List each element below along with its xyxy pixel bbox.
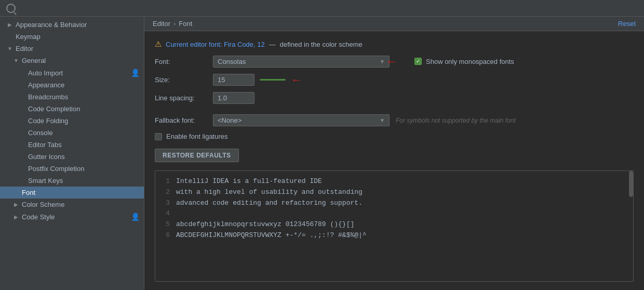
search-area[interactable] (6, 4, 16, 13)
line-spacing-input[interactable]: 1.0 (213, 92, 254, 104)
preview-line-6: 6 ABCDEFGHIJKLMNOPQRSTUVWXYZ +-*/= .,;:!… (164, 230, 625, 241)
main-layout: ▶ Appearance & Behavior Keymap ▼ Editor … (0, 17, 644, 290)
red-arrow-size-icon: ← (291, 74, 302, 86)
sidebar-item-appearance[interactable]: Appearance (0, 79, 144, 91)
sidebar-item-label: Code Style (22, 213, 55, 221)
restore-defaults-button[interactable]: RESTORE DEFAULTS (155, 149, 239, 162)
sidebar-item-label: Console (28, 129, 53, 137)
sidebar-item-console[interactable]: Console (0, 127, 144, 139)
line-number: 6 (164, 230, 170, 241)
sidebar-item-appearance-behavior[interactable]: ▶ Appearance & Behavior (0, 19, 144, 31)
preview-line-5: 5 abcdefghijklmnopqrstuvwxyz 0123456789 … (164, 219, 625, 230)
show-monospaced-label: Show only monospaced fonts (426, 58, 514, 65)
warning-rest: defined in the color scheme (280, 41, 363, 48)
chevron-down-icon: ▼ (12, 58, 20, 63)
person-icon: 👤 (131, 213, 140, 221)
warning-link[interactable]: Current editor font: Fira Code, 12 (166, 41, 265, 48)
search-icon (6, 4, 16, 13)
size-input[interactable]: 15 (213, 74, 254, 86)
sidebar-item-label: Editor Tabs (28, 141, 62, 149)
preview-line-3: 3 advanced code editing and refactoring … (164, 198, 625, 209)
ligature-checkbox[interactable] (155, 133, 162, 140)
font-dropdown-value: Consolas (218, 58, 246, 65)
red-arrow-icon: ← (385, 55, 398, 68)
breadcrumb-current: Font (179, 20, 192, 28)
fallback-font-row: Fallback font: <None> ▼ For symbols not … (155, 114, 634, 126)
check-icon: ✓ (416, 59, 420, 64)
sidebar: ▶ Appearance & Behavior Keymap ▼ Editor … (0, 17, 144, 290)
line-code: ABCDEFGHIJKLMNOPQRSTUVWXYZ +-*/= .,;:!? … (176, 230, 367, 241)
line-code: IntelliJ IDEA is a full-featured IDE (176, 176, 322, 187)
sidebar-item-editor[interactable]: ▼ Editor (0, 43, 144, 55)
chevron-down-icon: ▼ (6, 46, 14, 51)
preview-area: 1 IntelliJ IDEA is a full-featured IDE 2… (155, 170, 634, 282)
sidebar-item-label: Auto Import (28, 69, 63, 77)
sidebar-item-label: Appearance & Behavior (16, 21, 87, 29)
line-spacing-label: Line spacing: (155, 94, 207, 102)
preview-line-2: 2 with a high level of usability and out… (164, 187, 625, 198)
breadcrumb: Editor › Font (153, 20, 192, 28)
breadcrumb-bar: Editor › Font Reset (144, 17, 644, 31)
reset-button[interactable]: Reset (618, 20, 636, 28)
line-spacing-row: Line spacing: 1.0 (155, 92, 634, 104)
sidebar-item-label: Smart Keys (28, 177, 63, 184)
line-number: 3 (164, 198, 170, 209)
chevron-right-icon: ▶ (6, 22, 14, 28)
sidebar-item-general[interactable]: ▼ General (0, 55, 144, 67)
sidebar-item-breadcrumbs[interactable]: Breadcrumbs (0, 91, 144, 103)
dropdown-arrow-icon: ▼ (380, 117, 385, 123)
line-code: with a high level of usability and outst… (176, 187, 363, 198)
size-row: Size: 15 ← (155, 74, 634, 86)
sidebar-item-label: Color Scheme (22, 201, 64, 208)
sidebar-item-label: General (22, 57, 46, 64)
size-label: Size: (155, 76, 207, 84)
fallback-control-wrapper: <None> ▼ For symbols not supported by th… (213, 114, 634, 126)
font-control-wrapper: Consolas ▼ ← ✓ Show only monospaced font… (213, 55, 634, 68)
sidebar-item-code-folding[interactable]: Code Folding (0, 115, 144, 127)
sidebar-item-font[interactable]: Font (0, 187, 144, 199)
warning-separator: — (269, 41, 276, 48)
warning-banner: ⚠ Current editor font: Fira Code, 12 — d… (155, 39, 634, 49)
font-row: Font: Consolas ▼ ← ✓ Show only monospace… (155, 55, 634, 68)
sidebar-item-smart-keys[interactable]: Smart Keys (0, 175, 144, 187)
sidebar-item-color-scheme[interactable]: ▶ Color Scheme (0, 199, 144, 210)
line-number: 5 (164, 219, 170, 230)
settings-content: ⚠ Current editor font: Fira Code, 12 — d… (144, 31, 644, 290)
fallback-dropdown[interactable]: <None> ▼ (213, 114, 390, 126)
chevron-right-icon: ▶ (12, 214, 20, 220)
sidebar-item-label: Code Completion (28, 105, 80, 113)
breadcrumb-separator: › (173, 20, 176, 28)
scrollbar-thumb[interactable] (629, 171, 633, 197)
sidebar-item-keymap[interactable]: Keymap (0, 31, 144, 43)
sidebar-item-label: Keymap (16, 33, 41, 41)
line-number: 1 (164, 176, 170, 187)
sidebar-item-label: Postfix Completion (28, 165, 84, 173)
sidebar-item-label: Editor (16, 45, 33, 52)
person-icon: 👤 (131, 69, 140, 77)
fallback-hint: For symbols not supported by the main fo… (396, 117, 516, 124)
ligature-label: Enable font ligatures (166, 133, 228, 140)
fallback-dropdown-value: <None> (218, 116, 242, 124)
show-monospaced-row: ✓ Show only monospaced fonts (414, 58, 514, 65)
sidebar-item-code-style[interactable]: ▶ Code Style 👤 (0, 210, 144, 223)
sidebar-item-label: Breadcrumbs (28, 93, 68, 101)
line-code: advanced code editing and refactoring su… (176, 198, 363, 209)
sidebar-item-editor-tabs[interactable]: Editor Tabs (0, 139, 144, 151)
line-number: 2 (164, 187, 170, 198)
fallback-font-label: Fallback font: (155, 116, 207, 124)
sidebar-item-code-completion[interactable]: Code Completion (0, 103, 144, 115)
chevron-right-icon: ▶ (12, 202, 20, 207)
warning-icon: ⚠ (155, 39, 162, 49)
size-slider[interactable] (260, 79, 286, 81)
sidebar-item-gutter-icons[interactable]: Gutter Icons (0, 151, 144, 163)
font-dropdown[interactable]: Consolas ▼ (213, 56, 390, 68)
preview-line-4: 4 (164, 208, 625, 219)
sidebar-item-postfix-completion[interactable]: Postfix Completion (0, 163, 144, 175)
sidebar-item-label: Code Folding (28, 117, 68, 125)
preview-line-1: 1 IntelliJ IDEA is a full-featured IDE (164, 176, 625, 187)
dropdown-arrow-icon: ▼ (380, 59, 385, 64)
breadcrumb-parent: Editor (153, 20, 170, 28)
show-monospaced-checkbox[interactable]: ✓ (414, 58, 422, 65)
sidebar-item-auto-import[interactable]: Auto Import 👤 (0, 67, 144, 79)
sidebar-item-label: Gutter Icons (28, 153, 65, 161)
